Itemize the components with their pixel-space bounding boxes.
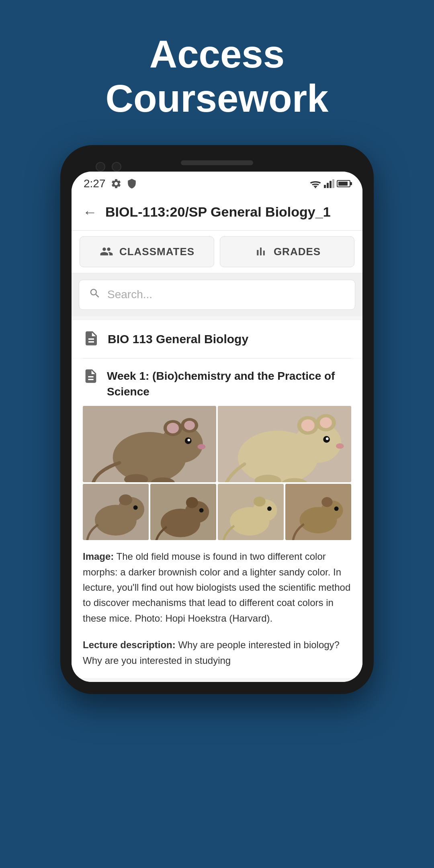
image-grid — [83, 406, 351, 540]
week-header: Week 1: (Bio)chemistry and the Practice … — [83, 368, 351, 406]
image-description-block: Image: The old field mouse is found in t… — [72, 540, 362, 633]
content-area: BIO 113 General Biology Week 1: (Bio)che… — [72, 316, 362, 682]
mouse-image-bottom-2 — [150, 484, 216, 540]
lecture-description-block: Lecture description: Why are people inte… — [72, 633, 362, 678]
svg-point-21 — [326, 438, 329, 440]
svg-point-34 — [199, 508, 204, 513]
back-button[interactable]: ← — [83, 204, 97, 221]
svg-point-19 — [320, 418, 332, 428]
people-icon — [99, 245, 114, 259]
phone-camera-left — [96, 162, 105, 172]
lecture-desc-prefix: Lecture description: — [83, 639, 176, 650]
svg-point-28 — [119, 494, 132, 505]
battery-icon — [337, 180, 350, 187]
search-bar[interactable]: Search... — [79, 280, 355, 310]
image-caption-text: Image: The old field mouse is found in t… — [83, 549, 351, 626]
phone-speaker — [181, 160, 253, 165]
phone-frame: 2:27 — [60, 145, 374, 694]
svg-point-9 — [188, 439, 190, 442]
svg-point-17 — [301, 420, 315, 432]
shield-icon — [127, 178, 137, 189]
svg-point-33 — [186, 497, 198, 508]
svg-point-5 — [167, 423, 179, 434]
tab-classmates-label: CLASSMATES — [119, 246, 194, 258]
hero-title: Access Coursework — [82, 0, 353, 145]
tab-grades[interactable]: GRADES — [220, 236, 354, 267]
app-header-title: BIOL-113:20/SP General Biology_1 — [105, 204, 351, 220]
mouse-image-top-right — [218, 406, 351, 482]
image-row-top — [83, 406, 351, 482]
wifi-icon — [309, 179, 321, 188]
svg-point-0 — [315, 187, 316, 188]
signal-bars — [324, 179, 334, 188]
course-document-icon — [83, 330, 100, 348]
svg-point-38 — [254, 497, 266, 507]
course-item[interactable]: BIO 113 General Biology — [72, 320, 362, 358]
mouse-image-bottom-3 — [218, 484, 284, 540]
image-row-bottom — [83, 484, 351, 540]
phone-screen: 2:27 — [72, 172, 362, 682]
svg-point-43 — [321, 497, 332, 507]
phone-notch — [72, 157, 362, 172]
app-header: ← BIOL-113:20/SP General Biology_1 — [72, 194, 362, 231]
tab-bar: CLASSMATES GRADES — [72, 231, 362, 273]
gear-icon — [111, 178, 122, 189]
svg-point-29 — [133, 506, 138, 510]
lecture-description-text: Lecture description: Why are people inte… — [83, 637, 351, 668]
course-title: BIO 113 General Biology — [108, 332, 248, 346]
svg-point-39 — [267, 506, 272, 511]
search-placeholder-text: Search... — [107, 288, 152, 301]
tab-grades-label: GRADES — [274, 246, 321, 258]
tab-classmates[interactable]: CLASSMATES — [80, 236, 214, 267]
svg-point-22 — [336, 443, 344, 448]
status-right-icons — [309, 179, 350, 188]
chart-icon — [254, 245, 268, 259]
week-item: Week 1: (Bio)chemistry and the Practice … — [72, 358, 362, 540]
week-title: Week 1: (Bio)chemistry and the Practice … — [107, 368, 351, 399]
phone-camera-right — [112, 162, 121, 172]
status-bar: 2:27 — [72, 172, 362, 194]
phone-mockup: 2:27 — [60, 145, 374, 694]
mouse-image-bottom-4 — [285, 484, 351, 540]
week-document-icon — [83, 368, 99, 386]
svg-point-44 — [334, 506, 339, 511]
search-icon — [89, 287, 101, 302]
search-bar-wrapper: Search... — [72, 273, 362, 316]
svg-point-10 — [198, 444, 206, 449]
mouse-image-bottom-1 — [83, 484, 149, 540]
status-time: 2:27 — [84, 177, 106, 190]
svg-point-7 — [184, 421, 195, 430]
image-caption-prefix: Image: — [83, 551, 114, 562]
mouse-image-top-left — [83, 406, 216, 482]
